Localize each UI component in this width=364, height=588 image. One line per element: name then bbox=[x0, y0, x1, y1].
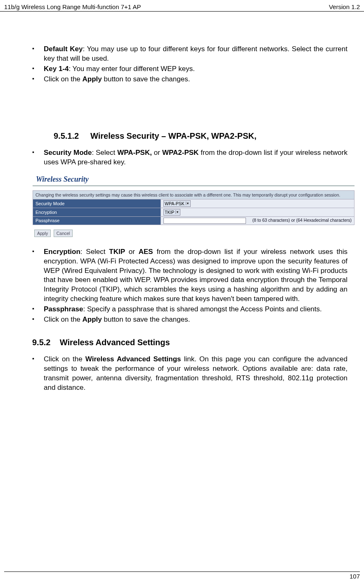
bullet-key-1-4: Key 1-4: You may enter four different WE… bbox=[32, 64, 347, 74]
section-num: 9.5.1.2 bbox=[54, 131, 79, 140]
page-header: 11b/g Wireless Long Range Multi-function… bbox=[0, 0, 364, 12]
ws-button-row: Apply Cancel bbox=[33, 229, 347, 237]
chevron-down-icon: ▾ bbox=[186, 202, 189, 205]
label-default-key: Default Key bbox=[44, 45, 83, 53]
label-key14: Key 1-4 bbox=[44, 65, 69, 73]
bullet-passphrase: Passphrase: Specify a passphrase that is… bbox=[32, 305, 347, 314]
label-adv-settings: Wireless Advanced Settings bbox=[85, 355, 181, 363]
label-tkip: TKIP bbox=[109, 248, 125, 256]
label-wpa-psk: WPA-PSK, bbox=[117, 149, 152, 156]
text-key14: : You may enter four different WEP keys. bbox=[69, 65, 195, 73]
label-apply2: Apply bbox=[83, 315, 102, 323]
ws-label-passphrase: Passphrase bbox=[33, 216, 161, 225]
chevron-down-icon: ▾ bbox=[175, 210, 179, 214]
header-right: Version 1.2 bbox=[329, 3, 360, 10]
wireless-security-screenshot: Wireless Security Changing the wireless … bbox=[32, 175, 347, 237]
encryption-bullet-list: Encryption: Select TKIP or AES from the … bbox=[17, 247, 347, 325]
ws-row-encryption: Encryption TKIP ▾ bbox=[33, 208, 355, 216]
passphrase-hint: (8 to 63 characters) or (64 Hexadecimal … bbox=[253, 218, 352, 223]
security-mode-bullet-list: Security Mode: Select WPA-PSK, or WPA2-P… bbox=[17, 148, 347, 167]
cancel-button[interactable]: Cancel bbox=[54, 230, 73, 237]
encryption-value: TKIP bbox=[165, 210, 174, 215]
label-aes: AES bbox=[139, 248, 153, 256]
section-9-5-2-heading: 9.5.2 Wireless Advanced Settings bbox=[32, 338, 347, 347]
page-number: 107 bbox=[350, 573, 360, 580]
security-mode-select[interactable]: WPA-PSK ▾ bbox=[163, 200, 191, 207]
section2-title: Wireless Advanced Settings bbox=[60, 338, 170, 347]
bullet-encryption: Encryption: Select TKIP or AES from the … bbox=[32, 247, 347, 304]
bullet-security-mode: Security Mode: Select WPA-PSK, or WPA2-P… bbox=[32, 148, 347, 167]
text-apply-suffix: button to save the changes. bbox=[102, 75, 190, 83]
passphrase-input[interactable] bbox=[163, 218, 246, 224]
text-apply2-suffix: button to save the changes. bbox=[102, 315, 190, 323]
text-pass-1: : Specify a passphrase that is shared am… bbox=[83, 305, 321, 313]
text-apply-prefix: Click on the bbox=[44, 75, 83, 83]
security-mode-value: WPA-PSK bbox=[165, 201, 184, 206]
bullet-apply-bottom: Click on the Apply button to save the ch… bbox=[32, 315, 347, 325]
label-encryption: Encryption bbox=[44, 248, 80, 256]
ws-label-encryption: Encryption bbox=[33, 208, 161, 216]
text-sm-2: or bbox=[152, 149, 162, 156]
page-footer: 107 bbox=[4, 571, 360, 580]
encryption-select[interactable]: TKIP ▾ bbox=[163, 209, 180, 216]
ws-table: Changing the wireless security settings … bbox=[33, 190, 355, 225]
ws-notice: Changing the wireless security settings … bbox=[33, 190, 355, 199]
text-enc-2: or bbox=[125, 248, 139, 256]
ws-row-passphrase: Passphrase (8 to 63 characters) or (64 H… bbox=[33, 216, 355, 225]
section-9-5-1-2-heading: 9.5.1.2 Wireless Security – WPA-PSK, WPA… bbox=[54, 131, 347, 141]
text-apply2-prefix: Click on the bbox=[44, 315, 83, 323]
label-security-mode: Security Mode bbox=[44, 149, 92, 156]
label-wpa2-psk: WPA2-PSK bbox=[162, 149, 199, 156]
text-enc-3: from the drop-down list if your wireless… bbox=[44, 248, 347, 303]
page-content: Default Key: You may use up to four diff… bbox=[17, 12, 347, 393]
bullet-apply-top: Click on the Apply button to save the ch… bbox=[32, 75, 347, 84]
text-adv-prefix: Click on the bbox=[44, 355, 85, 363]
label-passphrase-b: Passphrase bbox=[44, 305, 83, 313]
section2-num: 9.5.2 bbox=[32, 338, 50, 347]
bullet-default-key: Default Key: You may use up to four diff… bbox=[32, 45, 347, 64]
header-left: 11b/g Wireless Long Range Multi-function… bbox=[4, 3, 141, 10]
label-apply: Apply bbox=[83, 75, 102, 83]
text-default-key: : You may use up to four different keys … bbox=[44, 45, 347, 62]
bullet-advanced-settings: Click on the Wireless Advanced Settings … bbox=[32, 355, 347, 393]
text-sm-1: : Select bbox=[92, 149, 117, 156]
text-enc-1: : Select bbox=[80, 248, 109, 256]
advanced-bullet-list: Click on the Wireless Advanced Settings … bbox=[17, 355, 347, 393]
ws-row-security-mode: Security Mode WPA-PSK ▾ bbox=[33, 199, 355, 208]
top-bullet-list: Default Key: You may use up to four diff… bbox=[17, 45, 347, 84]
apply-button[interactable]: Apply bbox=[34, 230, 51, 237]
ws-separator bbox=[33, 185, 355, 186]
section-title: Wireless Security – WPA-PSK, WPA2-PSK, bbox=[90, 131, 257, 140]
ws-panel-title: Wireless Security bbox=[33, 175, 347, 184]
ws-label-security-mode: Security Mode bbox=[33, 199, 161, 208]
